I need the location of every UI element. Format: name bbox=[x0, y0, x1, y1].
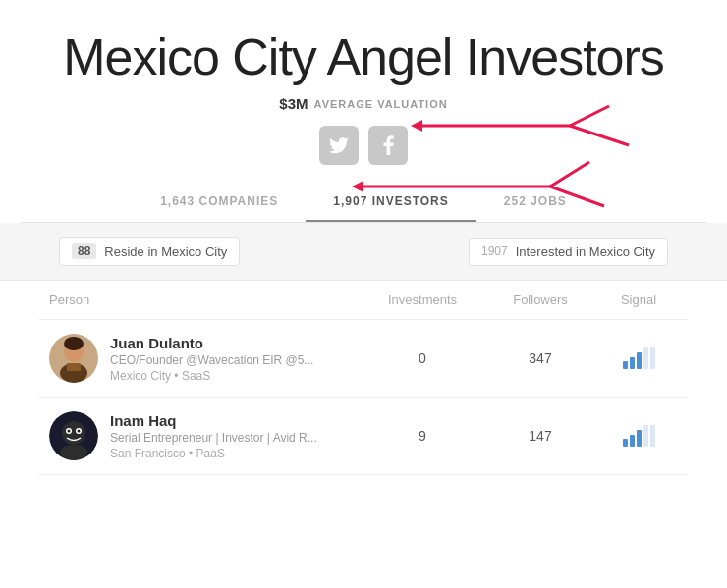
table-row: Juan Dulanto CEO/Founder @Wavecation EIR… bbox=[39, 320, 688, 398]
person-name-1: Juan Dulanto bbox=[110, 335, 313, 351]
person-location-2: San Francisco • PaaS bbox=[110, 447, 317, 460]
svg-point-17 bbox=[68, 430, 71, 433]
avatar-2 bbox=[49, 411, 98, 460]
col-followers: Followers bbox=[481, 293, 599, 307]
person-name-2: Inam Haq bbox=[110, 412, 317, 429]
bar bbox=[643, 425, 648, 447]
tab-bar: 1,643 COMPANIES 1,907 INVESTORS 252 JOBS bbox=[20, 183, 707, 223]
investments-2: 9 bbox=[364, 428, 481, 444]
col-person: Person bbox=[49, 293, 364, 307]
investments-1: 0 bbox=[364, 350, 481, 366]
bar bbox=[643, 347, 648, 369]
person-bio-1: CEO/Founder @Wavecation EIR @5... bbox=[110, 353, 313, 367]
bar bbox=[630, 357, 635, 369]
facebook-button[interactable] bbox=[368, 126, 408, 165]
person-cell-2: Inam Haq Serial Entrepreneur | Investor … bbox=[49, 411, 364, 460]
followers-1: 347 bbox=[481, 350, 599, 366]
reside-label: Reside in Mexico City bbox=[104, 244, 227, 259]
followers-2: 147 bbox=[481, 428, 599, 444]
svg-point-18 bbox=[78, 430, 81, 433]
avatar-1 bbox=[49, 334, 98, 383]
svg-point-10 bbox=[64, 337, 84, 350]
svg-point-14 bbox=[62, 421, 85, 445]
signal-bars-2 bbox=[623, 425, 655, 447]
page-title: Mexico City Angel Investors bbox=[20, 29, 707, 85]
col-signal: Signal bbox=[599, 293, 678, 307]
tab-investors[interactable]: 1,907 INVESTORS bbox=[306, 183, 476, 222]
bar bbox=[650, 425, 655, 447]
table-header: Person Investments Followers Signal bbox=[39, 281, 688, 320]
person-cell-1: Juan Dulanto CEO/Founder @Wavecation EIR… bbox=[49, 334, 364, 383]
filter-interested[interactable]: 1907 Interested in Mexico City bbox=[469, 238, 668, 266]
col-investments: Investments bbox=[364, 293, 481, 307]
interested-label: Interested in Mexico City bbox=[516, 244, 655, 259]
bar bbox=[630, 435, 635, 447]
bar bbox=[650, 347, 655, 369]
person-bio-2: Serial Entrepreneur | Investor | Avid R.… bbox=[110, 431, 317, 445]
tab-jobs[interactable]: 252 JOBS bbox=[476, 183, 594, 222]
filter-reside[interactable]: 88 Reside in Mexico City bbox=[59, 237, 240, 266]
signal-bars-1 bbox=[623, 347, 655, 369]
bar bbox=[637, 352, 642, 369]
bar bbox=[623, 439, 628, 447]
bar bbox=[637, 430, 642, 447]
person-location-1: Mexico City • SaaS bbox=[110, 369, 313, 383]
signal-1 bbox=[599, 347, 678, 369]
svg-point-19 bbox=[60, 445, 87, 460]
valuation-label: AVERAGE VALUATION bbox=[314, 98, 448, 110]
interested-count: 1907 bbox=[481, 244, 508, 258]
filter-section: 88 Reside in Mexico City 1907 Interested… bbox=[0, 223, 727, 281]
twitter-button[interactable] bbox=[319, 126, 359, 165]
valuation-amount: $3M bbox=[279, 95, 308, 112]
bar bbox=[623, 361, 628, 369]
reside-count: 88 bbox=[72, 243, 96, 259]
tab-companies[interactable]: 1,643 COMPANIES bbox=[133, 183, 306, 222]
table-row: Inam Haq Serial Entrepreneur | Investor … bbox=[39, 398, 688, 475]
person-info-1: Juan Dulanto CEO/Founder @Wavecation EIR… bbox=[110, 335, 313, 383]
person-info-2: Inam Haq Serial Entrepreneur | Investor … bbox=[110, 412, 317, 460]
svg-rect-12 bbox=[67, 363, 81, 371]
signal-2 bbox=[599, 425, 678, 447]
investors-table: Person Investments Followers Signal bbox=[0, 281, 727, 475]
